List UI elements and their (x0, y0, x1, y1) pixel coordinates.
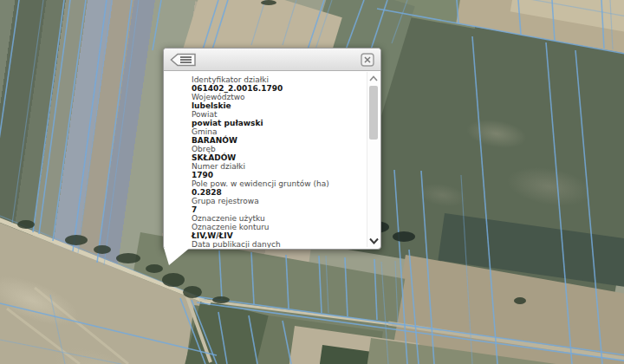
attribute-label: Grupa rejestrowa (192, 197, 363, 205)
attribute-row: Obręb SKŁADÓW (192, 145, 363, 162)
attribute-value: SKŁADÓW (192, 153, 363, 162)
attribute-row: Numer działki 1790 (192, 162, 363, 179)
attribute-value: ŁIV,W/ŁIV (192, 231, 363, 240)
parcel-info-popup: Identyfikator działki 061402_2.0016.1790… (163, 48, 381, 250)
attribute-row: Województwo lubelskie (192, 93, 363, 110)
attribute-value: 7 (192, 205, 363, 214)
attribute-row: Pole pow. w ewidencji gruntów (ha) 0.282… (192, 179, 363, 197)
attribute-label: Oznaczenie użytku (192, 214, 363, 223)
attribute-label: Numer działki (192, 162, 363, 171)
attribute-row: Oznaczenie użytku (192, 214, 363, 223)
attribute-label: Gmina (192, 127, 363, 136)
attribute-label: Oznaczenie konturu (192, 223, 363, 231)
close-icon[interactable] (361, 53, 374, 67)
attribute-label: Identyfikator działki (192, 75, 363, 84)
attribute-label: Powiat (192, 110, 363, 119)
attribute-value: powiat puławski (192, 119, 363, 127)
attribute-row: Powiat powiat puławski (192, 110, 363, 127)
map-canvas[interactable]: Identyfikator działki 061402_2.0016.1790… (0, 0, 624, 364)
attribute-row: Gmina BARANÓW (192, 127, 363, 145)
scrollbar-thumb[interactable] (369, 86, 378, 140)
back-list-icon[interactable] (170, 53, 197, 67)
attribute-value: 061402_2.0016.1790 (192, 84, 363, 93)
attribute-row: Data publikacji danych (192, 240, 363, 248)
attribute-label: Pole pow. w ewidencji gruntów (ha) (192, 179, 363, 188)
attribute-row: Oznaczenie konturu ŁIV,W/ŁIV (192, 223, 363, 240)
attribute-value: lubelskie (192, 101, 363, 110)
attribute-row: Identyfikator działki 061402_2.0016.1790 (192, 75, 363, 93)
attribute-value: BARANÓW (192, 136, 363, 145)
chevron-up-icon[interactable] (367, 73, 380, 83)
popup-header (164, 49, 380, 71)
attribute-label: Obręb (192, 145, 363, 153)
chevron-down-icon[interactable] (367, 236, 380, 246)
popup-scrollbar[interactable] (367, 72, 380, 247)
attribute-value: 0.2828 (192, 188, 363, 197)
attribute-value: 1790 (192, 171, 363, 179)
attribute-label: Województwo (192, 93, 363, 101)
attribute-row: Grupa rejestrowa 7 (192, 197, 363, 214)
parcel-attributes: Identyfikator działki 061402_2.0016.1790… (164, 71, 380, 248)
attribute-label: Data publikacji danych (192, 240, 363, 248)
